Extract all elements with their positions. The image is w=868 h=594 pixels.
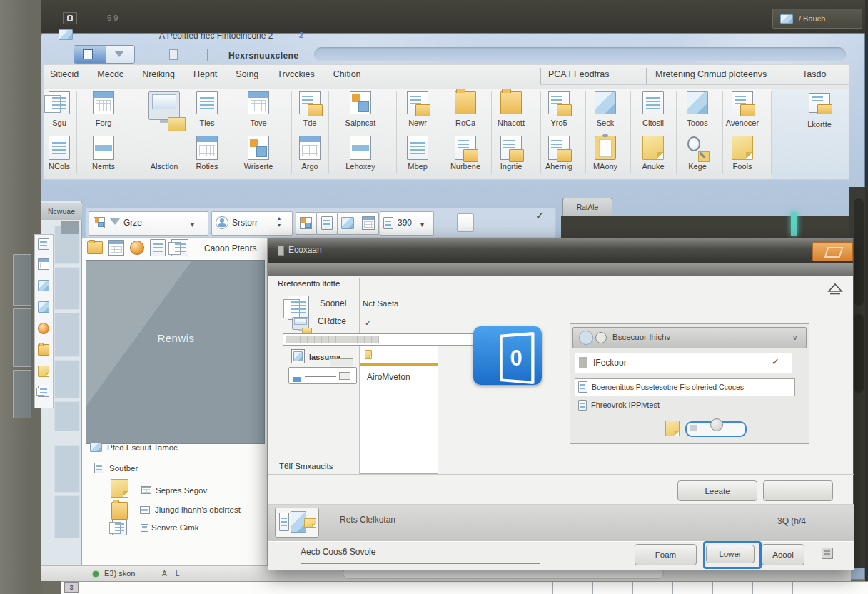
ribbon-button[interactable]: Sgu [36, 90, 82, 130]
ribbon-tab-chition[interactable]: Chition [333, 69, 361, 79]
funnel-icon [109, 218, 121, 225]
ribbon-button[interactable]: RoCa [443, 90, 488, 130]
option-row-2-label[interactable]: Fhreovrok IPPivtest [591, 401, 660, 409]
folder-bar-label: Caoon Ptenrs [204, 243, 256, 253]
resize-grip-icon[interactable] [822, 548, 833, 559]
search-button[interactable]: / Bauch [772, 9, 862, 29]
ribbon-tab-trvcckies[interactable]: Trvcckies [277, 69, 314, 79]
ribbon-button[interactable]: Newr [395, 90, 440, 130]
page-number-badge[interactable]: 3 [64, 582, 79, 593]
account-widget[interactable] [330, 358, 353, 366]
apply-button[interactable]: Aoool [762, 544, 804, 565]
ribbon-button[interactable]: Seck [582, 90, 628, 130]
tab-tado[interactable]: Tasdo [802, 69, 826, 79]
toolbar-dropdown-button[interactable] [457, 213, 474, 232]
ribbon-icon [49, 91, 70, 114]
ribbon-button[interactable]: Fools [720, 134, 765, 176]
app-icon[interactable] [63, 12, 77, 24]
scrollbar-thumb[interactable] [286, 336, 379, 343]
app-badge: 6 9 [107, 14, 118, 22]
option-row-1[interactable]: Boeroenittos Posetesotne Fis olreried Cc… [575, 378, 795, 396]
ribbon-button[interactable]: NCols [36, 134, 82, 176]
option-sonel[interactable]: Soonel [320, 298, 346, 308]
ribbon-button[interactable]: Nhacott [488, 90, 534, 130]
toolbar-button-pane[interactable] [337, 212, 358, 235]
tab-pca[interactable]: PCA FFeodfras [548, 69, 609, 79]
qat-mini-icon[interactable] [169, 49, 178, 60]
preview-pane[interactable]: Renwis [86, 260, 265, 444]
ribbon-button-label: Alsctlon [140, 162, 188, 171]
toolbar-button-list[interactable] [316, 212, 338, 235]
ribbon-button-label: Tove [236, 119, 281, 127]
spinner-icon: ▴▾ [278, 215, 281, 228]
ribbon-button[interactable]: Yro5 [536, 90, 582, 130]
slider-knob[interactable] [710, 418, 723, 431]
row1-icon [578, 381, 587, 393]
horizontal-scrollbar[interactable] [283, 333, 491, 346]
tab-metering[interactable]: Mretening Crimud ploteenvs [655, 69, 767, 79]
outlook-flag-shape: 0 [500, 332, 534, 384]
blank-button[interactable] [763, 480, 833, 501]
ribbon-button[interactable]: Argo [287, 134, 333, 176]
ribbon-button[interactable]: Wriserte [236, 134, 281, 176]
ribbon-icon [500, 91, 522, 114]
ribbon-button[interactable]: Tles [184, 90, 230, 130]
ribbon-tab-nreiking[interactable]: Nreiking [142, 69, 175, 79]
form-button[interactable]: Foam [635, 544, 697, 565]
toolbar-button-table[interactable] [358, 212, 379, 235]
ribbon-button-label: Avenocer [720, 119, 765, 127]
close-button[interactable] [812, 242, 853, 261]
list-item-icon [365, 350, 372, 359]
ribbon-button[interactable]: Forg [81, 90, 126, 130]
ribbon-button[interactable]: MAony [582, 134, 628, 176]
ribbon-button[interactable]: Ingrtie [488, 134, 534, 176]
ribbon-button[interactable]: Mbep [395, 134, 440, 176]
ribbon-button[interactable]: Lehoxey [338, 134, 383, 176]
sidebar-item-label: Sepres Segov [156, 486, 207, 495]
ribbon-tab-sitiecid[interactable]: Sitiecid [50, 69, 79, 79]
ribbon-button[interactable]: Kege [675, 134, 720, 176]
quick-access-button[interactable] [74, 45, 135, 64]
account-combobox[interactable]: Srstorr ▴▾ [211, 211, 293, 236]
ribbon-button[interactable]: Tde [287, 90, 333, 130]
thumbnail [54, 401, 80, 431]
ribbon-button[interactable]: Saipncat [338, 90, 383, 130]
device-widget[interactable] [288, 367, 357, 384]
create-button[interactable]: Leeate [677, 480, 757, 501]
ribbon-button[interactable]: Ahernig [536, 134, 582, 176]
person-icon [216, 216, 228, 229]
list-item-automveton[interactable]: AiroMveton [367, 372, 410, 382]
ribbon-icon [93, 91, 114, 114]
sidebar-item-icon [111, 479, 128, 498]
ribbon-tab-heprit[interactable]: Heprit [193, 69, 217, 79]
ribbon-tab-mecdc[interactable]: Mecdc [97, 69, 123, 79]
ribbon-button[interactable]: Tooos [675, 90, 720, 130]
ribbon-button[interactable]: Tove [236, 90, 281, 130]
view-combobox[interactable]: Grze [89, 211, 208, 236]
zoom-combobox[interactable]: 390 [380, 211, 434, 236]
ribbon-button-big[interactable]: Alsctlon [140, 90, 188, 176]
dialog-left-footer: T6lf Smxaucits [279, 462, 333, 470]
selected-account-field[interactable]: IFeckoor ✓ [575, 353, 792, 373]
lower-button[interactable]: Lower [706, 545, 755, 563]
ribbon-button[interactable]: Cltosli [630, 90, 676, 130]
ribbon-button-label: RoCa [443, 119, 488, 127]
background-scrollbar[interactable] [854, 198, 864, 306]
server-combobox[interactable]: Bscecuor Ihichv v [572, 327, 807, 348]
dialog-titlebar[interactable]: Ecoxaan [268, 238, 853, 263]
toolbar-button-grid[interactable] [296, 212, 317, 235]
qat-label: Hexrsnuuxclene [228, 51, 298, 61]
ribbon-button-label: Sgu [36, 119, 82, 127]
background-window-tab[interactable]: RatAle [562, 198, 612, 216]
ribbon-button[interactable]: Nurbene [443, 134, 488, 176]
ribbon-button-corner[interactable]: Lkortte [789, 90, 850, 133]
ribbon-button[interactable]: Anuke [630, 134, 676, 176]
ribbon-tab-soing[interactable]: Soing [236, 69, 258, 79]
option-crdtce[interactable]: CRdtce [318, 316, 346, 326]
ribbon-button[interactable]: Avenocer [720, 90, 765, 130]
ribbon-button-label: Tles [184, 119, 230, 127]
list-divider [360, 391, 438, 391]
ribbon-button[interactable]: Nemts [81, 134, 126, 176]
ribbon-button[interactable]: Roties [184, 134, 230, 176]
background-scrollbar-2[interactable] [854, 314, 864, 393]
